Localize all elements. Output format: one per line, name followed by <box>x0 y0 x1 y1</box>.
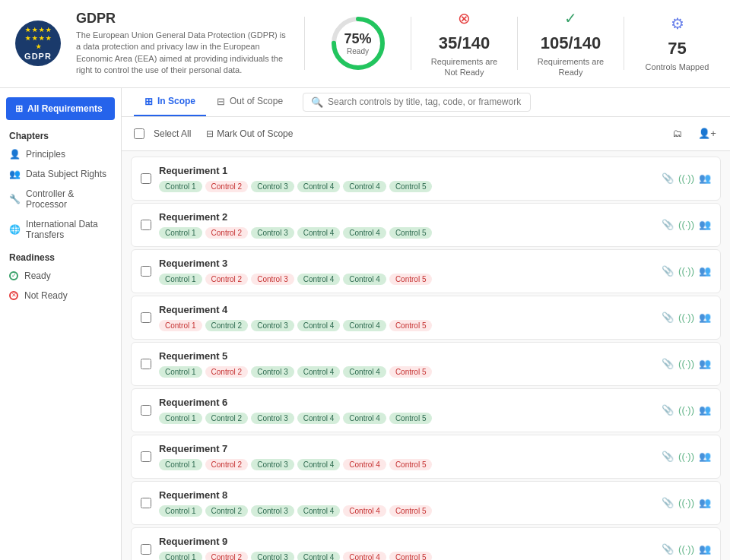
req-checkbox-7[interactable] <box>141 451 151 462</box>
users-icon-3[interactable]: 👥 <box>699 265 711 277</box>
sidebar-item-controller-processor[interactable]: 🔧 Controller & Processor <box>0 184 121 214</box>
tag-green: Control 4 <box>297 413 341 424</box>
all-requirements-button[interactable]: ⊞ All Requirements <box>6 97 115 120</box>
sidebar-item-not-ready[interactable]: ✕ Not Ready <box>0 286 121 305</box>
req-title-5: Requeriment 5 <box>159 350 654 362</box>
attachment-icon-9[interactable]: 📎 <box>662 543 674 555</box>
users-icon-8[interactable]: 👥 <box>699 497 711 508</box>
sidebar-item-data-subject-rights[interactable]: 👥 Data Subject Rights <box>0 164 121 184</box>
wifi-icon-5[interactable]: ((·)) <box>678 358 694 369</box>
stat2-label: Requirements are Ready <box>533 56 608 78</box>
users-icon-9[interactable]: 👥 <box>699 543 711 555</box>
req-checkbox-4[interactable] <box>141 312 151 323</box>
progress-text: Ready <box>344 47 371 55</box>
tag-red: Control 2 <box>205 366 249 378</box>
attachment-icon-5[interactable]: 📎 <box>662 358 674 369</box>
tab-out-of-scope[interactable]: ⊟ Out of Scope <box>206 88 294 116</box>
tag-red: Control 2 <box>205 552 249 560</box>
tag-green: Control 3 <box>251 505 294 517</box>
req-checkbox-9[interactable] <box>141 544 151 555</box>
search-input[interactable] <box>328 96 522 107</box>
req-content-4: Requeriment 4 Control 1Control 2Control … <box>159 304 654 331</box>
search-icon: 🔍 <box>311 96 323 108</box>
tag-green: Control 1 <box>159 227 202 239</box>
sidebar-item-principles[interactable]: 👤 Principles <box>0 144 121 164</box>
req-tags-9: Control 1Control 2Control 3Control 4Cont… <box>159 552 654 560</box>
in-scope-label: In Scope <box>157 96 195 106</box>
users-icon-4[interactable]: 👥 <box>699 312 711 323</box>
table-row: Requeriment 6 Control 1Control 2Control … <box>131 388 721 432</box>
wifi-icon-8[interactable]: ((·)) <box>678 497 694 508</box>
users-icon-1[interactable]: 👥 <box>699 172 711 184</box>
table-row: Requeriment 8 Control 1Control 2Control … <box>131 481 721 525</box>
mark-out-of-scope-button[interactable]: ⊟ Mark Out of Scope <box>200 125 299 142</box>
attachment-icon-1[interactable]: 📎 <box>662 172 674 184</box>
person-icon: 👤 <box>9 149 20 160</box>
wifi-icon-4[interactable]: ((·)) <box>678 312 694 323</box>
req-checkbox-2[interactable] <box>141 220 151 230</box>
out-of-scope-label: Out of Scope <box>230 96 283 106</box>
users-icon-6[interactable]: 👥 <box>699 404 711 416</box>
chapters-section-title: Chapters <box>0 123 121 144</box>
tag-green: Control 2 <box>205 413 249 424</box>
select-all-checkbox[interactable] <box>134 128 144 139</box>
user-add-button[interactable]: 👤+ <box>697 123 718 144</box>
in-scope-icon: ⊞ <box>144 96 153 107</box>
users-icon-5[interactable]: 👥 <box>699 358 711 369</box>
mark-out-icon: ⊟ <box>206 128 214 139</box>
not-ready-label: Not Ready <box>24 290 68 301</box>
filter-button[interactable]: 🗂 <box>666 123 687 144</box>
tag-red: Control 4 <box>343 552 386 560</box>
attachment-icon-4[interactable]: 📎 <box>662 312 674 323</box>
wifi-icon-9[interactable]: ((·)) <box>678 543 694 555</box>
wifi-icon-1[interactable]: ((·)) <box>678 172 694 184</box>
req-tags-6: Control 1Control 2Control 3Control 4Cont… <box>159 413 654 424</box>
divider-4 <box>624 17 624 70</box>
sidebar-item-ready[interactable]: ✓ Ready <box>0 266 121 286</box>
users-icon-2[interactable]: 👥 <box>699 219 711 230</box>
app-container: ★★★ ★★★ ★★★ GDPR GDPR The European Union… <box>0 0 730 560</box>
req-content-8: Requeriment 8 Control 1Control 2Control … <box>159 489 654 517</box>
tab-in-scope[interactable]: ⊞ In Scope <box>134 88 206 116</box>
header-stat-controls: ⚙ 75 Controls Mapped <box>640 14 715 72</box>
wifi-icon-7[interactable]: ((·)) <box>678 451 694 462</box>
attachment-icon-3[interactable]: 📎 <box>662 265 674 277</box>
tag-green: Control 4 <box>297 505 341 517</box>
users-icon-7[interactable]: 👥 <box>699 451 711 462</box>
search-box[interactable]: 🔍 <box>303 93 531 112</box>
tag-green: Control 4 <box>297 552 341 560</box>
attachment-icon-6[interactable]: 📎 <box>662 404 674 416</box>
req-actions-2: 📎 ((·)) 👥 <box>662 219 711 230</box>
tag-green: Control 3 <box>251 227 294 239</box>
tag-green: Control 4 <box>297 227 341 239</box>
req-checkbox-5[interactable] <box>141 359 151 369</box>
tag-red: Control 5 <box>389 320 433 331</box>
stat2-number: 105/140 <box>541 33 601 53</box>
attachment-icon-8[interactable]: 📎 <box>662 497 674 508</box>
wifi-icon-6[interactable]: ((·)) <box>678 404 694 416</box>
sidebar-item-intl-data-transfers[interactable]: 🌐 International Data Transfers <box>0 214 121 245</box>
wifi-icon-2[interactable]: ((·)) <box>678 219 694 230</box>
req-actions-5: 📎 ((·)) 👥 <box>662 358 711 369</box>
req-checkbox-8[interactable] <box>141 498 151 508</box>
tag-green: Control 2 <box>205 505 249 517</box>
attachment-icon-7[interactable]: 📎 <box>662 451 674 462</box>
main: ⊞ All Requirements Chapters 👤 Principles… <box>0 88 730 560</box>
tag-green: Control 5 <box>389 413 433 424</box>
tag-green: Control 2 <box>205 320 249 331</box>
table-row: Requeriment 3 Control 1Control 2Control … <box>131 249 721 293</box>
requirements-list: Requeriment 1 Control 1Control 2Control … <box>122 151 730 560</box>
tag-red: Control 5 <box>389 552 433 560</box>
tag-red: Control 5 <box>389 366 433 378</box>
req-checkbox-1[interactable] <box>141 173 151 184</box>
req-checkbox-3[interactable] <box>141 266 151 277</box>
intl-data-transfers-label: International Data Transfers <box>26 219 112 240</box>
attachment-icon-2[interactable]: 📎 <box>662 219 674 230</box>
not-ready-icon: ⊗ <box>458 9 471 27</box>
req-actions-9: 📎 ((·)) 👥 <box>662 543 711 555</box>
wifi-icon-3[interactable]: ((·)) <box>678 265 694 277</box>
req-checkbox-6[interactable] <box>141 405 151 416</box>
header-stat-not-ready: ⊗ 35/140 Requirements are Not Ready <box>427 9 502 78</box>
tag-green: Control 4 <box>343 227 386 239</box>
tag-green: Control 3 <box>251 320 294 331</box>
